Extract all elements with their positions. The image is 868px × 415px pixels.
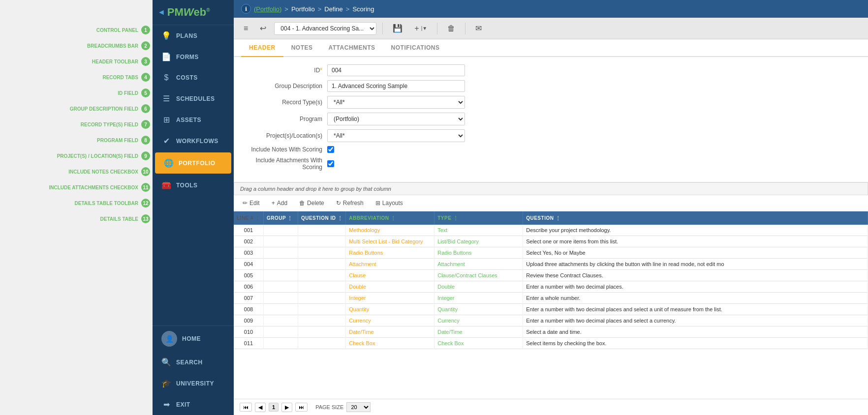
table-row[interactable]: 001 Methodology Text Describe your proje… bbox=[234, 225, 868, 236]
tools-icon: 🧰 bbox=[161, 180, 171, 190]
annotation-control-panel: CONTROL PANEL 1 bbox=[2, 26, 150, 34]
cell-type: Double bbox=[434, 281, 523, 293]
cell-abbreviation: Radio Buttons bbox=[346, 247, 434, 259]
col-header-type: TYPE ⋮ bbox=[434, 211, 523, 225]
sidebar-item-workflows[interactable]: ✔ WORKFLOWS bbox=[153, 130, 234, 151]
sidebar-item-search[interactable]: 🔍 SEARCH bbox=[153, 352, 234, 373]
sidebar-item-label: SCHEDULES bbox=[176, 95, 215, 102]
include-notes-checkbox[interactable] bbox=[327, 146, 334, 153]
edit-button[interactable]: ✏ Edit bbox=[240, 198, 263, 208]
sidebar-item-label: UNIVERSITY bbox=[176, 380, 214, 387]
group-desc-input[interactable] bbox=[327, 80, 465, 92]
cell-type: Integer bbox=[434, 293, 523, 304]
cell-abbreviation: Double bbox=[346, 281, 434, 293]
cell-group bbox=[263, 293, 298, 304]
sidebar-item-label: COSTS bbox=[176, 74, 198, 81]
table-row[interactable]: 010 Date/Time Date/Time Select a date an… bbox=[234, 326, 868, 338]
table-row[interactable]: 009 Currency Currency Enter a number wit… bbox=[234, 315, 868, 326]
layouts-button[interactable]: ⊞ Layouts bbox=[372, 198, 406, 208]
menu-button[interactable]: ≡ bbox=[240, 22, 252, 35]
col-header-line: LINE # ⋮ bbox=[234, 211, 263, 225]
projects-select[interactable]: *All* bbox=[327, 129, 465, 142]
table-row[interactable]: 004 Attachment Attachment Upload three a… bbox=[234, 259, 868, 270]
group-header-bar: Drag a column header and drop it here to… bbox=[234, 182, 868, 195]
details-delete-button[interactable]: 🗑 Delete bbox=[296, 198, 327, 208]
save-button[interactable]: 💾 bbox=[389, 22, 406, 35]
next-page-button[interactable]: ▶ bbox=[281, 403, 292, 412]
sidebar-item-plans[interactable]: 💡 PLANS bbox=[153, 25, 234, 46]
sidebar-item-label: SEARCH bbox=[176, 359, 203, 366]
sidebar-item-university[interactable]: 🎓 UNIVERSITY bbox=[153, 373, 234, 394]
delete-button[interactable]: 🗑 bbox=[443, 22, 459, 35]
breadcrumb-portfolio-link[interactable]: (Portfolio) bbox=[254, 5, 281, 13]
table-row[interactable]: 011 Check Box Check Box Select items by … bbox=[234, 338, 868, 349]
cell-group bbox=[263, 338, 298, 349]
details-add-button[interactable]: + Add bbox=[269, 198, 290, 208]
table-row[interactable]: 006 Double Double Enter a number with tw… bbox=[234, 281, 868, 293]
cell-abbreviation: Integer bbox=[346, 293, 434, 304]
table-row[interactable]: 008 Quantity Quantity Enter a number wit… bbox=[234, 304, 868, 315]
undo-button[interactable]: ↩ bbox=[256, 22, 270, 35]
tab-notifications[interactable]: NOTIFICATIONS bbox=[383, 39, 448, 57]
page-size-select[interactable]: 20 50 100 bbox=[346, 402, 371, 412]
cell-type: Text bbox=[434, 225, 523, 236]
form-row-include-attachments: Include Attachments With Scoring bbox=[244, 157, 858, 171]
info-icon[interactable]: ℹ bbox=[241, 4, 251, 14]
sidebar-collapse-icon[interactable]: ◄ bbox=[157, 8, 165, 17]
workflows-icon: ✔ bbox=[161, 136, 171, 146]
sidebar-item-assets[interactable]: ⊞ ASSETS bbox=[153, 109, 234, 130]
program-select[interactable]: (Portfolio) bbox=[327, 113, 465, 125]
tab-notes[interactable]: NOTES bbox=[283, 39, 321, 57]
email-button[interactable]: ✉ bbox=[471, 22, 486, 35]
sidebar-item-label: HOME bbox=[182, 335, 201, 342]
cell-qid bbox=[298, 270, 345, 281]
include-attachments-checkbox[interactable] bbox=[327, 160, 334, 167]
table-row[interactable]: 005 Clause Clause/Contract Clauses Revie… bbox=[234, 270, 868, 281]
prev-page-button[interactable]: ◀ bbox=[255, 403, 266, 412]
record-selector[interactable]: 004 - 1. Advanced Scoring Sa... bbox=[274, 22, 376, 35]
annotation-breadcrumbs-bar: BREADCRUMBS BAR 2 bbox=[2, 41, 150, 50]
search-icon: 🔍 bbox=[161, 357, 171, 367]
layouts-icon: ⊞ bbox=[375, 200, 380, 207]
cell-type: Check Box bbox=[434, 338, 523, 349]
cell-group bbox=[263, 281, 298, 293]
user-avatar: 👤 bbox=[161, 331, 177, 347]
cell-qid bbox=[298, 225, 345, 236]
sidebar-item-portfolio[interactable]: 🌐 PORTFOLIO bbox=[155, 152, 231, 174]
sidebar-item-exit[interactable]: ➡ EXIT bbox=[153, 394, 234, 415]
tab-attachments[interactable]: ATTACHMENTS bbox=[321, 39, 383, 57]
cell-line: 004 bbox=[234, 259, 263, 270]
cell-question: Select items by checking the box. bbox=[523, 338, 868, 349]
cell-line: 009 bbox=[234, 315, 263, 326]
sidebar-item-tools[interactable]: 🧰 TOOLS bbox=[153, 175, 234, 196]
sidebar-item-costs[interactable]: $ COSTS bbox=[153, 67, 234, 88]
cell-group bbox=[263, 315, 298, 326]
record-type-select[interactable]: *All* bbox=[327, 96, 465, 109]
save-icon: 💾 bbox=[393, 24, 403, 33]
cell-qid bbox=[298, 236, 345, 247]
table-row[interactable]: 007 Integer Integer Enter a whole number… bbox=[234, 293, 868, 304]
id-input[interactable] bbox=[327, 64, 465, 76]
sidebar-item-forms[interactable]: 📄 FORMS bbox=[153, 46, 234, 67]
sidebar-item-home[interactable]: 👤 HOME bbox=[153, 326, 234, 352]
form-row-id: ID* bbox=[244, 64, 858, 76]
header-toolbar: ≡ ↩ 004 - 1. Advanced Scoring Sa... 💾 + … bbox=[234, 18, 868, 39]
cell-line: 010 bbox=[234, 326, 263, 338]
last-page-button[interactable]: ⏭ bbox=[295, 403, 308, 412]
sidebar-item-schedules[interactable]: ☰ SCHEDULES bbox=[153, 88, 234, 109]
table-row[interactable]: 002 Multi Select List - Bid Category Lis… bbox=[234, 236, 868, 247]
annotation-include-notes: INCLUDE NOTES CHECKBOX 10 bbox=[2, 167, 150, 176]
tab-header[interactable]: HEADER bbox=[241, 39, 283, 57]
cell-abbreviation: Attachment bbox=[346, 259, 434, 270]
sidebar-item-label: PORTFOLIO bbox=[179, 160, 216, 167]
first-page-button[interactable]: ⏮ bbox=[240, 403, 252, 412]
toolbar-divider1 bbox=[382, 23, 383, 34]
current-page-button[interactable]: 1 bbox=[269, 403, 279, 412]
table-row[interactable]: 003 Radio Buttons Radio Buttons Select Y… bbox=[234, 247, 868, 259]
refresh-button[interactable]: ↻ Refresh bbox=[333, 198, 367, 208]
annotation-program-field: PROGRAM FIELD 8 bbox=[2, 136, 150, 145]
group-header-text: Drag a column header and drop it here to… bbox=[240, 186, 391, 192]
add-button[interactable]: + |▼ bbox=[410, 22, 431, 35]
cell-line: 003 bbox=[234, 247, 263, 259]
details-delete-label: Delete bbox=[307, 200, 324, 207]
